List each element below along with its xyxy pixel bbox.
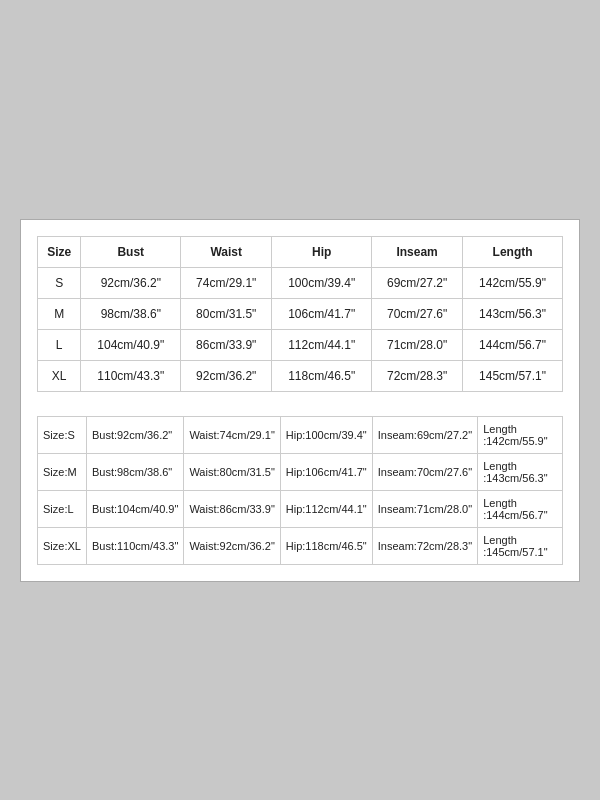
summary-length: Length :145cm/57.1" xyxy=(478,527,563,564)
cell-waist: 74cm/29.1" xyxy=(181,267,272,298)
summary-hip: Hip:118cm/46.5" xyxy=(280,527,372,564)
summary-bust: Bust:104cm/40.9" xyxy=(86,490,183,527)
cell-length: 142cm/55.9" xyxy=(463,267,563,298)
summary-row: Size:XL Bust:110cm/43.3" Waist:92cm/36.2… xyxy=(38,527,563,564)
summary-length: Length :144cm/56.7" xyxy=(478,490,563,527)
cell-hip: 118cm/46.5" xyxy=(272,360,372,391)
cell-length: 145cm/57.1" xyxy=(463,360,563,391)
summary-waist: Waist:86cm/33.9" xyxy=(184,490,280,527)
summary-length: Length :143cm/56.3" xyxy=(478,453,563,490)
summary-waist: Waist:92cm/36.2" xyxy=(184,527,280,564)
summary-bust: Bust:110cm/43.3" xyxy=(86,527,183,564)
size-chart-table: Size Bust Waist Hip Inseam Length S 92cm… xyxy=(37,236,563,392)
cell-bust: 110cm/43.3" xyxy=(81,360,181,391)
summary-bust: Bust:98cm/38.6" xyxy=(86,453,183,490)
col-header-hip: Hip xyxy=(272,236,372,267)
cell-hip: 106cm/41.7" xyxy=(272,298,372,329)
cell-waist: 86cm/33.9" xyxy=(181,329,272,360)
cell-bust: 98cm/38.6" xyxy=(81,298,181,329)
summary-inseam: Inseam:72cm/28.3" xyxy=(372,527,477,564)
cell-inseam: 70cm/27.6" xyxy=(372,298,463,329)
summary-waist: Waist:80cm/31.5" xyxy=(184,453,280,490)
summary-inseam: Inseam:70cm/27.6" xyxy=(372,453,477,490)
table-row: XL 110cm/43.3" 92cm/36.2" 118cm/46.5" 72… xyxy=(38,360,563,391)
summary-size: Size:XL xyxy=(38,527,87,564)
cell-size: XL xyxy=(38,360,81,391)
col-header-inseam: Inseam xyxy=(372,236,463,267)
cell-waist: 80cm/31.5" xyxy=(181,298,272,329)
cell-inseam: 71cm/28.0" xyxy=(372,329,463,360)
summary-row: Size:L Bust:104cm/40.9" Waist:86cm/33.9"… xyxy=(38,490,563,527)
cell-size: S xyxy=(38,267,81,298)
cell-bust: 104cm/40.9" xyxy=(81,329,181,360)
summary-length: Length :142cm/55.9" xyxy=(478,416,563,453)
col-header-size: Size xyxy=(38,236,81,267)
table-row: S 92cm/36.2" 74cm/29.1" 100cm/39.4" 69cm… xyxy=(38,267,563,298)
summary-size: Size:L xyxy=(38,490,87,527)
cell-inseam: 69cm/27.2" xyxy=(372,267,463,298)
cell-waist: 92cm/36.2" xyxy=(181,360,272,391)
cell-hip: 112cm/44.1" xyxy=(272,329,372,360)
summary-table: Size:S Bust:92cm/36.2" Waist:74cm/29.1" … xyxy=(37,416,563,565)
summary-row: Size:S Bust:92cm/36.2" Waist:74cm/29.1" … xyxy=(38,416,563,453)
table-row: M 98cm/38.6" 80cm/31.5" 106cm/41.7" 70cm… xyxy=(38,298,563,329)
summary-waist: Waist:74cm/29.1" xyxy=(184,416,280,453)
cell-hip: 100cm/39.4" xyxy=(272,267,372,298)
cell-size: M xyxy=(38,298,81,329)
table-row: L 104cm/40.9" 86cm/33.9" 112cm/44.1" 71c… xyxy=(38,329,563,360)
col-header-waist: Waist xyxy=(181,236,272,267)
summary-inseam: Inseam:69cm/27.2" xyxy=(372,416,477,453)
summary-size: Size:S xyxy=(38,416,87,453)
summary-row: Size:M Bust:98cm/38.6" Waist:80cm/31.5" … xyxy=(38,453,563,490)
cell-length: 143cm/56.3" xyxy=(463,298,563,329)
summary-inseam: Inseam:71cm/28.0" xyxy=(372,490,477,527)
cell-inseam: 72cm/28.3" xyxy=(372,360,463,391)
cell-bust: 92cm/36.2" xyxy=(81,267,181,298)
cell-length: 144cm/56.7" xyxy=(463,329,563,360)
col-header-length: Length xyxy=(463,236,563,267)
summary-hip: Hip:112cm/44.1" xyxy=(280,490,372,527)
summary-hip: Hip:106cm/41.7" xyxy=(280,453,372,490)
summary-size: Size:M xyxy=(38,453,87,490)
summary-hip: Hip:100cm/39.4" xyxy=(280,416,372,453)
table-header-row: Size Bust Waist Hip Inseam Length xyxy=(38,236,563,267)
summary-bust: Bust:92cm/36.2" xyxy=(86,416,183,453)
page-container: Size Bust Waist Hip Inseam Length S 92cm… xyxy=(20,219,580,582)
cell-size: L xyxy=(38,329,81,360)
col-header-bust: Bust xyxy=(81,236,181,267)
